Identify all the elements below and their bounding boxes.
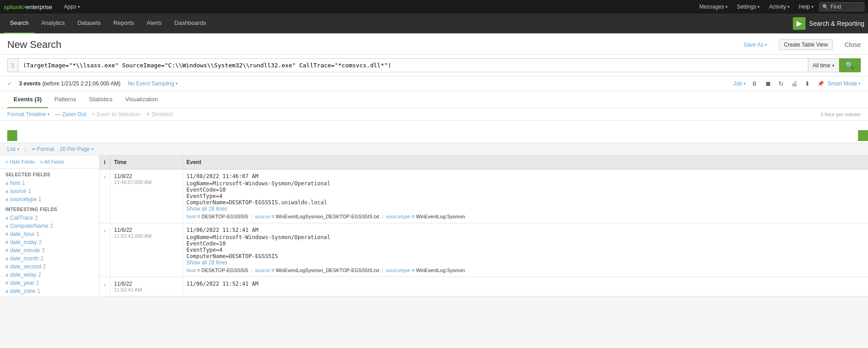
field-computername[interactable]: a ComputerName 2 bbox=[0, 222, 99, 230]
messages-arrow: ▾ bbox=[725, 5, 728, 9]
pause-btn[interactable]: ⏸ bbox=[749, 79, 759, 88]
show-all-2[interactable]: Show all 28 lines bbox=[186, 259, 227, 266]
tab-statistics[interactable]: Statistics bbox=[83, 91, 119, 108]
sep1: ··· bbox=[771, 42, 775, 48]
event-body-1: 11/08/2022 11:46:07 AM LogName=Microsoft… bbox=[183, 169, 868, 223]
hide-fields-btn[interactable]: < Hide Fields bbox=[5, 159, 35, 165]
field-date-month[interactable]: a date_month 1 bbox=[0, 254, 99, 263]
format-btn[interactable]: ✏ Format bbox=[32, 146, 54, 152]
event-time-2: 11/6/22 11:52:41.000 AM bbox=[110, 223, 183, 277]
settings-arrow: ▾ bbox=[758, 5, 760, 9]
messages-menu[interactable]: Messages ▾ bbox=[696, 0, 731, 14]
field-date-mday[interactable]: # date_mday 2 bbox=[0, 238, 99, 246]
nav-analytics[interactable]: Analytics bbox=[35, 14, 71, 33]
tab-visualization[interactable]: Visualization bbox=[119, 91, 165, 108]
zoom-selection-btn[interactable]: + Zoom to Selection bbox=[92, 111, 140, 118]
pencil-icon: ✏ bbox=[32, 146, 36, 152]
search-button[interactable]: 🔍 bbox=[839, 58, 861, 72]
sampling-arrow: ▾ bbox=[176, 81, 178, 86]
top-nav: splunk> enterprise Apps ▾ Messages ▾ Set… bbox=[0, 0, 868, 14]
event-time-3: 11/6/22 11:52:41 AM bbox=[110, 277, 183, 296]
table-row: › 11/6/22 11:52:41 AM 11/06/2022 11:52:4… bbox=[100, 277, 868, 296]
job-btn[interactable]: Job ▾ bbox=[733, 80, 745, 87]
event-time-1: 11/8/22 11:46:07.000 AM bbox=[110, 169, 183, 223]
list-btn[interactable]: List ▾ bbox=[7, 146, 19, 152]
page-title: New Search bbox=[7, 39, 744, 51]
nav-reports[interactable]: Reports bbox=[107, 14, 141, 33]
field-date-wday[interactable]: a date_wday 2 bbox=[0, 271, 99, 279]
expand-row-3[interactable]: › bbox=[100, 277, 110, 296]
app-icon: ▶ bbox=[793, 17, 806, 30]
refresh-btn[interactable]: ↻ bbox=[777, 79, 786, 88]
nav-dashboards[interactable]: Dashboards bbox=[168, 14, 212, 33]
table-row: › 11/8/22 11:46:07.000 AM 11/08/2022 11:… bbox=[100, 169, 868, 223]
app-title: Search & Reporting bbox=[809, 20, 864, 27]
col-event: Event bbox=[183, 155, 868, 169]
per-page-btn[interactable]: 20 Per Page ▾ bbox=[60, 146, 94, 152]
per-column-label: 1 hour per column bbox=[820, 112, 861, 117]
expand-row-2[interactable]: › bbox=[100, 223, 110, 277]
nav-datasets[interactable]: Datasets bbox=[71, 14, 107, 33]
tabs-bar: Events (3) Patterns Statistics Visualiza… bbox=[0, 91, 868, 108]
content-area: < Hide Fields ≡ All Fields SELECTED FIEL… bbox=[0, 155, 868, 296]
create-table-view-button[interactable]: Create Table View bbox=[779, 39, 833, 50]
field-date-hour[interactable]: # date_hour 1 bbox=[0, 230, 99, 238]
logo[interactable]: splunk> enterprise bbox=[4, 4, 52, 10]
job-arrow: ▾ bbox=[744, 81, 746, 86]
save-as-button[interactable]: Save As ▾ bbox=[744, 42, 767, 48]
help-menu[interactable]: Help ▾ bbox=[795, 0, 817, 14]
print-btn[interactable]: 🖨 bbox=[789, 79, 799, 88]
events-table-header: i Time Event bbox=[100, 155, 868, 169]
timeline-bar: Format Timeline ▾ — Zoom Out + Zoom to S… bbox=[0, 108, 868, 121]
activity-arrow: ▾ bbox=[787, 5, 790, 9]
all-fields-btn[interactable]: ≡ All Fields bbox=[40, 159, 65, 165]
fields-sidebar: < Hide Fields ≡ All Fields SELECTED FIEL… bbox=[0, 155, 100, 296]
field-date-minute[interactable]: # date_minute 2 bbox=[0, 246, 99, 254]
deselect-btn[interactable]: ✕ Deselect bbox=[146, 111, 173, 118]
apps-arrow: ▾ bbox=[78, 5, 80, 9]
status-bar: ✓ 3 events (before 1/21/25 2:21:06.000 A… bbox=[0, 76, 868, 91]
list-arrow: ▾ bbox=[17, 147, 19, 151]
top-nav-items: Apps ▾ bbox=[59, 0, 696, 14]
event-meta-2: host = DESKTOP-EGSS5IS | source = WinEve… bbox=[186, 268, 864, 273]
download-btn[interactable]: ⬇ bbox=[803, 79, 812, 88]
find-input[interactable]: 🔍 Find bbox=[819, 2, 864, 11]
stop-btn[interactable]: ⏹ bbox=[763, 79, 773, 88]
show-all-1[interactable]: Show all 28 lines bbox=[186, 206, 227, 212]
col-i: i bbox=[100, 155, 110, 169]
field-date-second[interactable]: # date_second 2 bbox=[0, 263, 99, 271]
tab-patterns[interactable]: Patterns bbox=[48, 91, 82, 108]
field-date-zone[interactable]: a date_zone 1 bbox=[0, 287, 99, 295]
selected-fields-title: SELECTED FIELDS bbox=[0, 169, 99, 179]
zoom-out-btn[interactable]: — Zoom Out bbox=[55, 111, 86, 118]
timeline-bar-right bbox=[858, 130, 868, 141]
field-host[interactable]: a host 1 bbox=[0, 179, 99, 187]
per-page-arrow: ▾ bbox=[91, 147, 94, 151]
tab-events[interactable]: Events (3) bbox=[7, 91, 48, 108]
nav-search[interactable]: Search bbox=[4, 14, 35, 33]
time-picker[interactable]: All time ▾ bbox=[808, 58, 839, 72]
timeline-chart bbox=[0, 121, 868, 143]
settings-menu[interactable]: Settings ▾ bbox=[733, 0, 763, 14]
search-bar-container: 1 All time ▾ 🔍 bbox=[0, 55, 868, 76]
field-date-year[interactable]: # date_year 1 bbox=[0, 279, 99, 287]
expand-row-1[interactable]: › bbox=[100, 169, 110, 223]
close-button[interactable]: Close bbox=[844, 41, 861, 48]
smart-mode-btn[interactable]: Smart Mode ▾ bbox=[828, 80, 861, 87]
toolbar: List ▾ | ✏ Format 20 Per Page ▾ bbox=[0, 143, 868, 155]
apps-menu[interactable]: Apps ▾ bbox=[59, 0, 84, 14]
page-actions: Save As ▾ ··· Create Table View ··· Clos… bbox=[744, 39, 861, 50]
events-pane: i Time Event › 11/8/22 11:46:07.000 AM 1… bbox=[100, 155, 868, 296]
field-sourcetype[interactable]: a sourcetype 1 bbox=[0, 195, 99, 203]
toolbar-sep1: | bbox=[25, 146, 26, 152]
search-input[interactable] bbox=[18, 58, 808, 72]
app-header: ▶ Search & Reporting bbox=[793, 17, 864, 30]
field-calltrace[interactable]: a CallTrace 2 bbox=[0, 214, 99, 222]
find-icon: 🔍 bbox=[822, 4, 829, 10]
event-body-3: 11/06/2022 11:52:41 AM bbox=[183, 277, 868, 296]
field-source[interactable]: a source 1 bbox=[0, 187, 99, 195]
format-timeline-btn[interactable]: Format Timeline ▾ bbox=[7, 111, 50, 118]
activity-menu[interactable]: Activity ▾ bbox=[765, 0, 793, 14]
sampling-btn[interactable]: No Event Sampling ▾ bbox=[128, 80, 178, 87]
nav-alerts[interactable]: Alerts bbox=[140, 14, 168, 33]
